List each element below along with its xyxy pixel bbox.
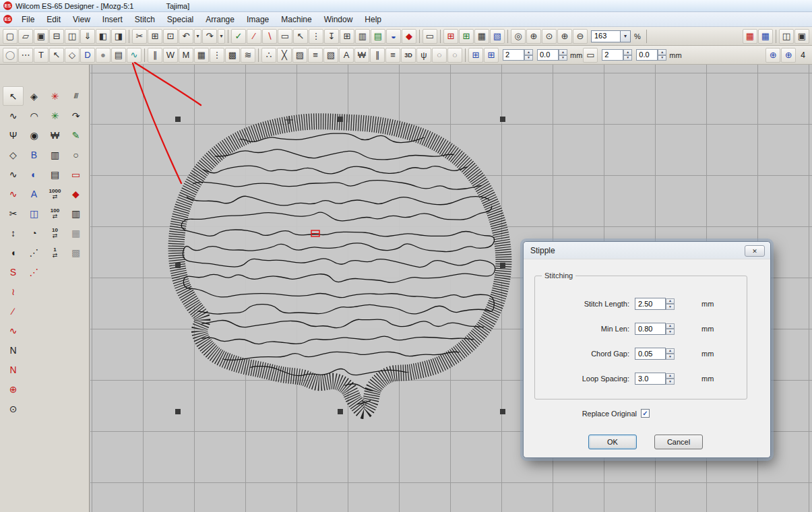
menu-item-window[interactable]: Window — [318, 12, 359, 26]
overview-window-button[interactable]: ▤ — [371, 29, 385, 44]
print-preview-button[interactable]: ◫ — [65, 29, 80, 44]
dialog-close-button[interactable]: ✕ — [745, 245, 765, 257]
satin-column-tool[interactable]: ₩ — [44, 125, 65, 145]
sphere-tool[interactable]: ◉ — [24, 125, 44, 145]
reshape-object-button[interactable]: ◇ — [65, 48, 80, 63]
penetrations-button[interactable]: ⋮ — [309, 29, 323, 44]
thread-colors-button[interactable]: ◒ — [386, 29, 401, 44]
select-tool[interactable]: ↖ — [3, 86, 24, 106]
tatami-tool[interactable]: ▤ — [44, 164, 65, 184]
scissors-tool[interactable]: ✂ — [3, 203, 24, 223]
print-button[interactable]: ⊟ — [49, 29, 64, 44]
globe-tool[interactable]: ◐ — [24, 164, 44, 184]
zoom-plus-button[interactable]: ⊕ — [557, 29, 572, 44]
grid-red-button[interactable]: ⊞ — [443, 29, 458, 44]
copy-button[interactable]: ⊞ — [148, 29, 162, 44]
stitch-list-button[interactable]: ⊞ — [340, 29, 354, 44]
rectangle-tool[interactable]: ▭ — [65, 164, 86, 184]
menu-item-edit[interactable]: Edit — [40, 12, 67, 26]
branch-tool[interactable]: Ψ — [3, 125, 24, 145]
show-outlines-button[interactable]: D — [80, 48, 95, 63]
spacing-size-2-spin-up-icon[interactable]: ▲ — [658, 49, 666, 55]
program-split-button[interactable]: ▩ — [225, 48, 240, 63]
arrow-run-tool[interactable]: ⋰ — [24, 262, 44, 282]
travel-1000-tool[interactable]: 1000⇄ — [44, 184, 65, 203]
weave-fill-button[interactable]: ▨ — [292, 48, 307, 63]
freehand-tool[interactable]: ∿ — [3, 106, 24, 125]
circle-b-tool[interactable]: B — [24, 145, 44, 164]
spacing-count-1-spin-up-icon[interactable]: ▲ — [524, 49, 533, 55]
min-len-input[interactable]: 0.80 — [635, 323, 666, 335]
redo-dropdown-button[interactable]: ▾ — [218, 29, 225, 44]
loop-spacing-input[interactable]: 3.0 — [635, 373, 666, 385]
redo-button[interactable]: ↷ — [202, 29, 217, 44]
pan-center-button[interactable]: ⊕ — [766, 48, 780, 63]
show-image-button[interactable]: ▧ — [490, 29, 505, 44]
color-film-button[interactable]: ▥ — [355, 29, 370, 44]
zigzag-tool[interactable]: ∿ — [3, 164, 24, 184]
menu-item-file[interactable]: File — [15, 12, 40, 26]
save-design-button[interactable]: ▣ — [34, 29, 49, 44]
travel-1-tool[interactable]: 1⇄ — [44, 243, 65, 262]
spacing-count-1-input[interactable]: 2 — [503, 49, 524, 61]
zoom-dropdown-icon[interactable]: ▾ — [621, 30, 631, 42]
dialog-titlebar[interactable]: Stipple — [524, 242, 770, 259]
zoom-box-button[interactable]: ◎ — [511, 29, 526, 44]
menu-item-help[interactable]: Help — [358, 12, 387, 26]
sprig-tool[interactable]: ✳ — [44, 106, 65, 125]
menu-item-image[interactable]: Image — [241, 12, 275, 26]
hatch-lines-tool[interactable]: /// — [65, 86, 86, 106]
paste-button[interactable]: ⊡ — [163, 29, 178, 44]
chord-gap-spin-up-icon[interactable]: ▲ — [666, 348, 675, 354]
pattern-fill-button[interactable]: ▧ — [323, 48, 338, 63]
grid-b-button[interactable]: ⊞ — [484, 48, 499, 63]
spacing-count-2-spin-up-icon[interactable]: ▲ — [623, 49, 632, 55]
chord-gap-input[interactable]: 0.05 — [635, 348, 666, 360]
design-window-blue-button[interactable]: ▦ — [758, 29, 773, 44]
zigzag-stitch-button[interactable]: W — [163, 48, 178, 63]
measure-button[interactable]: ▭ — [583, 48, 598, 63]
selection-handle[interactable] — [500, 117, 505, 122]
replace-original-checkbox[interactable]: ✓ — [641, 409, 650, 418]
zigzag-run-tool[interactable]: ∿ — [3, 321, 24, 340]
satin-stitch-button[interactable]: ∥ — [148, 48, 162, 63]
s-curve-tool[interactable]: S — [3, 262, 24, 282]
trueview-button[interactable]: T — [34, 48, 49, 63]
stitch-edit-b-button[interactable]: ∖ — [262, 29, 277, 44]
block-fill-tool[interactable]: ▦ — [65, 223, 86, 243]
chord-gap-spin-down-icon[interactable]: ▼ — [666, 354, 675, 360]
menu-item-insert[interactable]: Insert — [96, 12, 129, 26]
star-tool[interactable]: ◇ — [3, 145, 24, 164]
selection-handle[interactable] — [500, 263, 505, 268]
straight-run-tool[interactable]: ∕ — [3, 301, 24, 321]
selection-handle[interactable] — [500, 409, 505, 414]
stipple-fill-button[interactable]: ▤ — [111, 48, 126, 63]
fan-tool[interactable]: ◖ — [3, 243, 24, 262]
oval-a-button[interactable]: ○ — [432, 48, 447, 63]
selection-handle[interactable] — [175, 409, 181, 414]
show-penetrations-button[interactable]: ⋯ — [18, 48, 33, 63]
mirror-pair-tool[interactable]: ◫ — [24, 203, 44, 223]
motif-fill-button[interactable]: ⋮ — [210, 48, 224, 63]
arc-tool[interactable]: ↷ — [65, 106, 86, 125]
stitch-run-tool[interactable]: ≀ — [3, 282, 24, 301]
monitor-button[interactable]: ▭ — [423, 29, 437, 44]
coil-tool[interactable]: ∿ — [3, 184, 24, 203]
stitch-length-spin-down-icon[interactable]: ▼ — [666, 304, 675, 310]
zoom-level-combo[interactable]: 163▾ — [591, 30, 631, 42]
block2-tool[interactable]: ▩ — [65, 243, 86, 262]
target-tool[interactable]: ⊕ — [3, 379, 24, 399]
center-design-button[interactable]: ⊕ — [781, 48, 796, 63]
zoom-minus-button[interactable]: ⊖ — [573, 29, 588, 44]
dome-tool[interactable]: ◠ — [24, 106, 44, 125]
selection-handle[interactable] — [175, 263, 181, 268]
pencil-tool[interactable]: ✎ — [65, 125, 86, 145]
motif-red-tool[interactable]: ◆ — [65, 184, 86, 203]
grid-green-button[interactable]: ⊞ — [459, 29, 474, 44]
spacing-count-1-spin-down-icon[interactable]: ▼ — [524, 55, 533, 61]
spacing-size-1-spin-down-icon[interactable]: ▼ — [559, 55, 567, 61]
node-line-tool[interactable]: N — [3, 340, 24, 360]
grid-a-button[interactable]: ⊞ — [468, 48, 483, 63]
node-curve-tool[interactable]: N — [3, 360, 24, 379]
selection-handle[interactable] — [338, 117, 343, 122]
